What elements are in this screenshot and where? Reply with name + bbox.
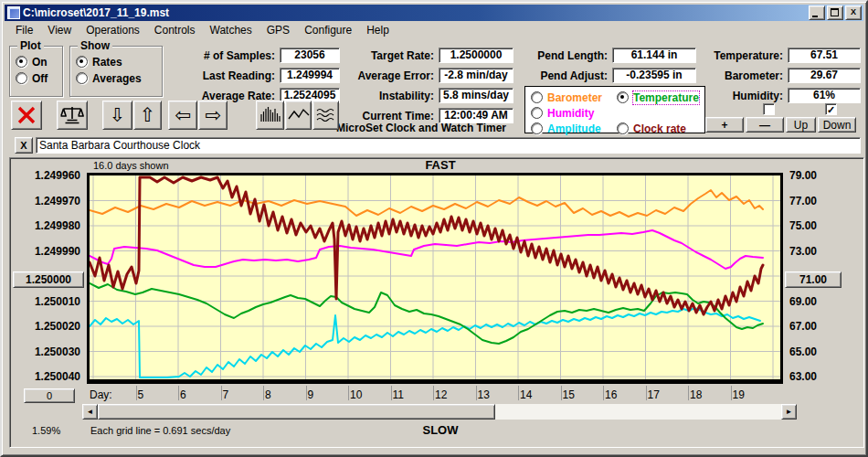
- delete-button[interactable]: [11, 101, 42, 130]
- last-reading-row: Last Reading: 1.249994: [155, 68, 340, 83]
- show-groupbox: Show Rates Averages: [69, 46, 163, 97]
- window-title: C:\microset\2017_11_19.mst: [23, 6, 807, 19]
- day-tickmark: [178, 386, 179, 400]
- shift-right-button[interactable]: ⇨: [198, 101, 228, 130]
- day-tickmark: [646, 386, 647, 400]
- radio-label: Barometer: [547, 91, 602, 104]
- temperature-value: 67.51: [788, 48, 861, 63]
- maximize-icon: [831, 8, 839, 16]
- right-axis-label: 77.00: [789, 195, 841, 207]
- histogram-icon: [259, 105, 281, 125]
- day-tick-label: 9: [308, 388, 314, 401]
- clear-name-button[interactable]: X: [15, 137, 33, 154]
- minimize-icon: [812, 16, 818, 17]
- radio-amplitude[interactable]: Amplitude: [531, 122, 601, 134]
- day-tick-label: 11: [393, 388, 404, 401]
- left-axis-label: 1.250020: [9, 320, 80, 333]
- humidity-row: Humidity: 61%: [680, 88, 861, 103]
- shift-up-button[interactable]: ⇧: [133, 101, 162, 130]
- maximize-button[interactable]: [827, 5, 843, 20]
- check-icon: ✓: [827, 104, 835, 115]
- plot-area[interactable]: [87, 173, 783, 384]
- scroll-left-button[interactable]: ◄: [82, 404, 98, 420]
- menu-item-file[interactable]: File: [8, 23, 40, 37]
- horizontal-scrollbar[interactable]: ◄ ►: [82, 404, 797, 420]
- day-tickmark: [518, 386, 519, 400]
- right-axis-button[interactable]: 71.00: [785, 271, 842, 288]
- menu-item-controls[interactable]: Controls: [147, 23, 203, 37]
- right-axis-label: 75.00: [789, 219, 841, 232]
- right-axis-label: 67.00: [789, 320, 841, 333]
- slow-label: SLOW: [349, 423, 532, 437]
- day-tickmark: [348, 386, 349, 400]
- day-tickmark: [391, 386, 392, 400]
- radio-label: Humidity: [547, 107, 594, 120]
- menu-item-configure[interactable]: Configure: [297, 23, 359, 37]
- minimize-button[interactable]: [809, 5, 825, 20]
- plot-group-title: Plot: [17, 39, 44, 52]
- day-tick-label: 12: [435, 388, 447, 401]
- histogram-view-button[interactable]: [256, 101, 284, 130]
- left-axis-label: 1.249970: [9, 195, 80, 207]
- menu-item-operations[interactable]: Operations: [79, 23, 147, 37]
- title-bar[interactable]: C:\microset\2017_11_19.mst X: [5, 5, 863, 21]
- right-axis-label: 69.00: [789, 295, 841, 308]
- day-tick-label: 18: [690, 388, 702, 401]
- menu-item-help[interactable]: Help: [359, 23, 397, 37]
- scrollbar-thumb[interactable]: [98, 404, 495, 420]
- average-error-row: Average Error: -2.8 min/day: [329, 68, 513, 83]
- grid-note-label: Each grid line = 0.691 secs/day: [90, 425, 230, 436]
- day-tickmark: [263, 386, 264, 400]
- plus-button[interactable]: +: [705, 117, 744, 133]
- day-tick-label: 16: [605, 388, 617, 401]
- series-barometer: [90, 190, 763, 217]
- average-error-value: -2.8 min/day: [439, 68, 513, 83]
- radio-icon: [76, 72, 88, 84]
- radio-icon: [617, 91, 629, 103]
- down-button[interactable]: Down: [818, 117, 856, 133]
- day-tickmark: [561, 386, 562, 400]
- left-checkbox[interactable]: [763, 103, 775, 115]
- balance-button[interactable]: [57, 101, 88, 130]
- radio-plot-off[interactable]: Off: [16, 72, 48, 84]
- scroll-right-button[interactable]: ►: [781, 404, 797, 420]
- menu-item-watches[interactable]: Watches: [203, 23, 259, 37]
- radio-plot-on[interactable]: On: [16, 56, 48, 68]
- left-axis-button[interactable]: 1.250000: [13, 271, 84, 288]
- fast-label: FAST: [349, 158, 532, 172]
- chart-canvas: [90, 175, 780, 379]
- left-axis-label: 1.250010: [9, 295, 80, 308]
- zero-button[interactable]: 0: [24, 388, 75, 403]
- clock-name-input[interactable]: [36, 137, 861, 154]
- shift-down-button[interactable]: ⇩: [102, 101, 132, 130]
- app-icon: [7, 6, 20, 19]
- radio-icon: [16, 72, 27, 84]
- shift-left-button[interactable]: ⇦: [168, 101, 197, 130]
- day-tick-label: 14: [520, 388, 532, 401]
- menu-item-gps[interactable]: GPS: [259, 23, 297, 37]
- radio-clock-rate[interactable]: Clock rate: [617, 122, 686, 134]
- minus-button[interactable]: —: [746, 117, 784, 133]
- temperature-row: Temperature: 67.51: [680, 48, 861, 63]
- radio-show-rates[interactable]: Rates: [76, 56, 122, 68]
- radio-show-averages[interactable]: Averages: [76, 72, 142, 84]
- day-tickmark: [221, 386, 222, 400]
- line-view-button[interactable]: [285, 101, 312, 130]
- radio-barometer[interactable]: Barometer: [531, 91, 602, 103]
- menu-item-view[interactable]: View: [40, 23, 79, 37]
- target-rate-value: 1.2500000: [439, 48, 513, 63]
- instability-row: Instability: 5.8 mins/day: [329, 88, 513, 103]
- pend-adjust-row: Pend Adjust: -0.23595 in: [510, 68, 696, 83]
- environment-radio-panel: BarometerHumidityAmplitudeTemperatureClo…: [524, 86, 705, 133]
- right-checkbox[interactable]: ✓: [825, 103, 837, 115]
- show-group-title: Show: [78, 39, 112, 52]
- day-tickmark: [731, 386, 732, 400]
- radio-humidity[interactable]: Humidity: [531, 107, 594, 119]
- day-tickmark: [688, 386, 689, 400]
- up-button[interactable]: Up: [786, 117, 816, 133]
- arrow-left-icon: ⇦: [175, 103, 191, 127]
- close-button[interactable]: X: [845, 5, 862, 20]
- smooth-view-button[interactable]: [312, 101, 339, 130]
- arrow-up-icon: ⇧: [140, 103, 156, 127]
- balance-scale-icon: [60, 104, 84, 126]
